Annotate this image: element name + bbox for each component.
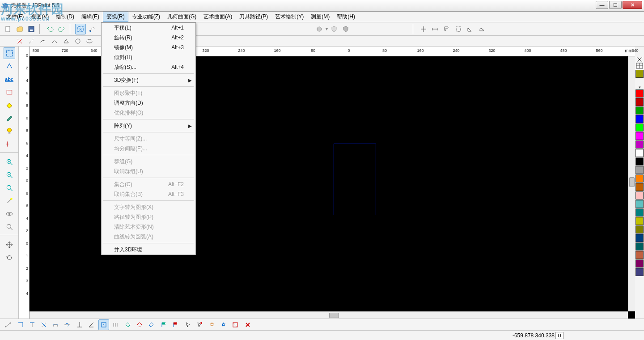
palette-swatch[interactable]: [636, 174, 644, 183]
select-tool-icon[interactable]: [75, 24, 86, 34]
view-angle-icon[interactable]: [465, 24, 475, 34]
palette-swatch[interactable]: [636, 89, 644, 98]
view-cloud-icon[interactable]: [476, 24, 487, 34]
palette-swatch[interactable]: [636, 242, 644, 251]
palette-x-icon[interactable]: [636, 56, 643, 63]
shape-circle-icon[interactable]: [72, 36, 83, 47]
palette-swatch[interactable]: [636, 259, 644, 268]
redo-icon[interactable]: [56, 24, 67, 34]
view-corner-icon[interactable]: [441, 24, 452, 34]
lt-text-icon[interactable]: abc: [4, 73, 15, 85]
palette-swatch[interactable]: [636, 191, 644, 200]
palette-swatch[interactable]: [636, 149, 644, 157]
palette-swatch[interactable]: [636, 140, 644, 149]
view-cross-icon[interactable]: [418, 24, 429, 34]
menu-item[interactable]: 放缩(S)...Alt+4: [102, 62, 195, 72]
palette-swatch[interactable]: [636, 251, 644, 259]
bt-flag1-icon[interactable]: [158, 319, 169, 330]
menu-item[interactable]: 阵列(Y)▶: [102, 121, 195, 131]
palette-swatch[interactable]: [636, 200, 644, 208]
palette-swatch[interactable]: [636, 208, 644, 217]
save-icon[interactable]: [26, 24, 37, 34]
menu-测量[interactable]: 测量(M): [307, 12, 333, 22]
bt-perp-icon[interactable]: [74, 319, 85, 330]
shield1-icon[interactable]: [329, 24, 339, 34]
menu-几何曲面[interactable]: 几何曲面(G): [164, 12, 200, 22]
lt-zoom3-icon[interactable]: [4, 221, 15, 233]
lt-move-icon[interactable]: [4, 239, 15, 251]
menu-刀具路径[interactable]: 刀具路径(P): [236, 12, 271, 22]
palette-swatch[interactable]: [636, 268, 644, 276]
bt-snap4-icon[interactable]: [50, 319, 61, 330]
menu-item[interactable]: 3D变换(F)▶: [102, 75, 195, 85]
shape-curve-icon[interactable]: [49, 36, 60, 47]
palette-swatch-olive[interactable]: [636, 70, 644, 78]
palette-swatch[interactable]: [636, 217, 644, 225]
shape-ellipse-icon[interactable]: [84, 36, 95, 47]
palette-grid-icon[interactable]: [636, 63, 643, 69]
palette-swatch[interactable]: [636, 183, 644, 191]
palette-swatch[interactable]: [636, 106, 644, 115]
bt-snap1-icon[interactable]: [15, 319, 26, 330]
bt-star2-icon[interactable]: [218, 319, 229, 330]
bt-diamond1-icon[interactable]: [123, 319, 133, 330]
menu-item[interactable]: 镜像(M)Alt+3: [102, 42, 195, 52]
open-file-icon[interactable]: [14, 24, 25, 34]
lt-rotate-icon[interactable]: [4, 252, 15, 264]
palette-swatch[interactable]: [636, 123, 644, 132]
palette-swatch[interactable]: [636, 115, 644, 123]
shape-line-icon[interactable]: [26, 36, 37, 47]
undo-icon[interactable]: [45, 24, 55, 34]
bt-snap3-icon[interactable]: [38, 319, 49, 330]
menu-艺术绘制[interactable]: 艺术绘制(Y): [271, 12, 307, 22]
render-tool-icon[interactable]: [314, 24, 325, 34]
menu-item[interactable]: 并入3D环境: [102, 245, 195, 255]
lt-bulb-icon[interactable]: [4, 125, 15, 137]
close-button[interactable]: ✕: [623, 1, 642, 9]
lt-eye-icon[interactable]: [4, 208, 15, 220]
bt-grid2-icon[interactable]: [110, 319, 121, 330]
palette-swatch[interactable]: [636, 157, 644, 166]
node-tool-icon[interactable]: [87, 24, 97, 34]
bt-close-icon[interactable]: [242, 319, 253, 330]
bt-diag-icon[interactable]: [86, 319, 97, 330]
view-h-icon[interactable]: [430, 24, 441, 34]
shape-tri-icon[interactable]: [61, 36, 72, 47]
minimize-button[interactable]: —: [596, 1, 608, 9]
bt-diamond2-icon[interactable]: [134, 319, 145, 330]
bt-snap2-icon[interactable]: [27, 319, 38, 330]
menu-item[interactable]: 旋转(R)Alt+2: [102, 33, 195, 42]
lt-wand-icon[interactable]: [4, 195, 15, 207]
lt-zoomout-icon[interactable]: [4, 169, 15, 181]
shape-arc-icon[interactable]: [38, 36, 48, 47]
lt-rect-icon[interactable]: [4, 86, 15, 98]
menu-艺术曲面[interactable]: 艺术曲面(A): [200, 12, 236, 22]
palette-swatch[interactable]: [636, 132, 644, 140]
lt-zoomfit-icon[interactable]: [4, 182, 15, 194]
shield2-icon[interactable]: [340, 24, 351, 34]
menu-item[interactable]: 平移(L)Alt+1: [102, 23, 195, 33]
palette-swatch[interactable]: [636, 225, 644, 234]
bt-star3-icon[interactable]: [230, 319, 241, 330]
menu-item[interactable]: 调整方向(D): [102, 98, 195, 108]
bt-snap5-icon[interactable]: [62, 319, 72, 330]
shape-x-icon[interactable]: [14, 36, 25, 47]
status-u-indicator[interactable]: U: [555, 332, 564, 339]
menu-专业功能[interactable]: 专业功能(Z): [128, 12, 164, 22]
lt-zoomin-icon[interactable]: [4, 156, 15, 168]
bt-cursor2-icon[interactable]: [194, 319, 205, 330]
menu-视图[interactable]: 视图(V): [27, 12, 52, 22]
menu-变换[interactable]: 变换(R): [103, 12, 128, 22]
bt-star1-icon[interactable]: [207, 319, 217, 330]
scrollbar-vertical[interactable]: [628, 56, 635, 311]
bt-diamond3-icon[interactable]: [146, 319, 157, 330]
bt-flag2-icon[interactable]: [170, 319, 181, 330]
menu-绘制[interactable]: 绘制(D): [52, 12, 78, 22]
palette-swatch[interactable]: [636, 98, 644, 106]
view-box-icon[interactable]: [453, 24, 464, 34]
menu-帮助[interactable]: 帮助(H): [333, 12, 359, 22]
lt-select-icon[interactable]: [4, 47, 15, 59]
bt-grid1-icon[interactable]: [98, 319, 109, 330]
palette-swatch[interactable]: [636, 166, 644, 174]
scrollbar-horizontal[interactable]: [30, 311, 628, 319]
